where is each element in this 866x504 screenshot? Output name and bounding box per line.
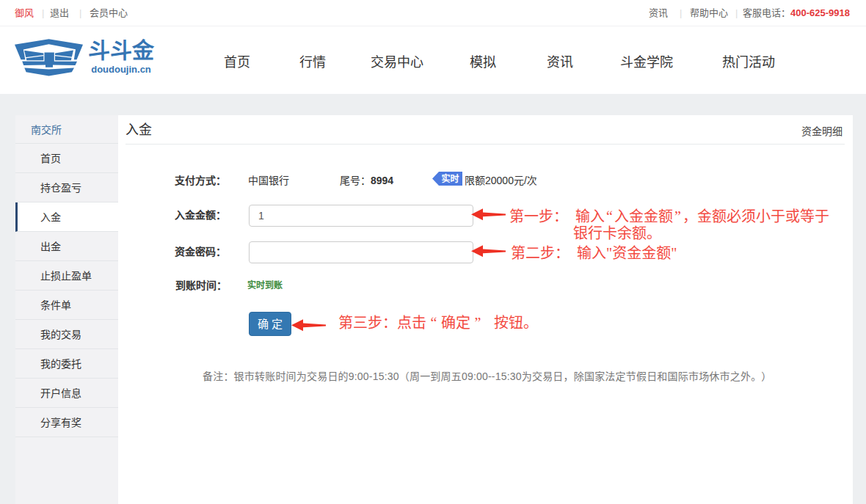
svg-text:实时: 实时 [441, 173, 459, 184]
